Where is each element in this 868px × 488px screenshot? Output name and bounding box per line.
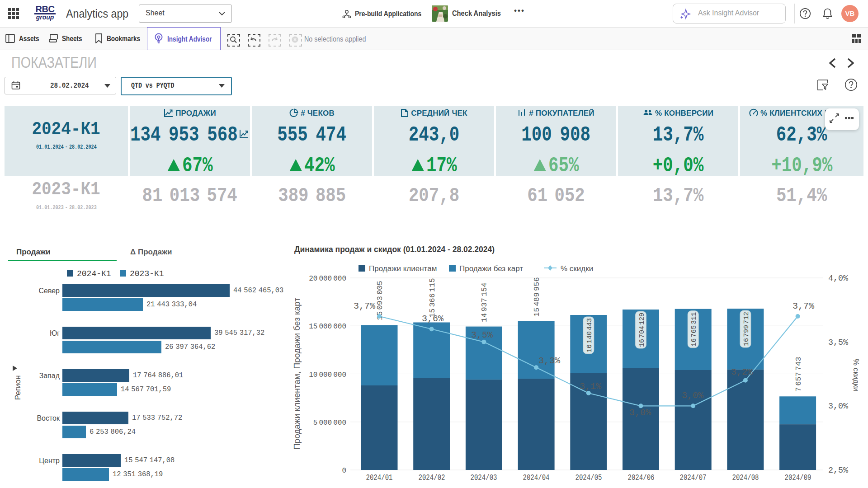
svg-text:2024/06: 2024/06 bbox=[628, 473, 655, 483]
svg-text:3,5%: 3,5% bbox=[828, 338, 849, 347]
svg-text:2024/08: 2024/08 bbox=[732, 473, 759, 483]
svg-text:3,0%: 3,0% bbox=[629, 408, 651, 418]
svg-text:% скидки: % скидки bbox=[561, 264, 593, 273]
svg-text:% скидки: % скидки bbox=[852, 359, 860, 391]
svg-text:4,0%: 4,0% bbox=[828, 273, 849, 283]
svg-text:2024/07: 2024/07 bbox=[680, 473, 707, 483]
svg-text:3,7%: 3,7% bbox=[354, 301, 376, 311]
svg-text:Продажи без карт: Продажи без карт bbox=[459, 264, 523, 273]
svg-text:3,6%: 3,6% bbox=[422, 314, 444, 324]
svg-text:10000000: 10000000 bbox=[309, 371, 346, 379]
svg-text:Продажи клиентам: Продажи клиентам bbox=[369, 264, 437, 273]
svg-text:14937154: 14937154 bbox=[480, 282, 489, 322]
svg-text:7657743: 7657743 bbox=[794, 357, 803, 392]
svg-text:20000000: 20000000 bbox=[309, 275, 346, 283]
svg-text:2024/05: 2024/05 bbox=[576, 473, 602, 483]
svg-text:3,1%: 3,1% bbox=[580, 381, 602, 392]
svg-text:Продажи клиентам, Продажи без: Продажи клиентам, Продажи без карт bbox=[292, 298, 302, 450]
svg-text:3,7%: 3,7% bbox=[793, 301, 815, 311]
svg-text:0: 0 bbox=[342, 467, 346, 475]
svg-text:16704129: 16704129 bbox=[638, 313, 646, 347]
svg-text:5000000: 5000000 bbox=[313, 419, 346, 427]
svg-text:16765311: 16765311 bbox=[690, 312, 698, 347]
svg-text:2024/01: 2024/01 bbox=[366, 473, 393, 483]
svg-text:16799712: 16799712 bbox=[743, 312, 750, 346]
svg-text:2,5%: 2,5% bbox=[828, 465, 849, 475]
svg-text:15366115: 15366115 bbox=[428, 278, 437, 318]
svg-text:15489956: 15489956 bbox=[533, 277, 541, 317]
svg-text:3,0%: 3,0% bbox=[682, 390, 704, 401]
svg-text:2024/02: 2024/02 bbox=[419, 473, 445, 483]
svg-text:2024/03: 2024/03 bbox=[471, 473, 497, 483]
svg-text:Динамика продаж и скидок (01.0: Динамика продаж и скидок (01.01.2024 - 2… bbox=[294, 245, 495, 254]
svg-text:2024/09: 2024/09 bbox=[785, 473, 811, 483]
svg-text:16140443: 16140443 bbox=[586, 318, 594, 352]
svg-text:15000000: 15000000 bbox=[309, 323, 346, 331]
svg-text:3,2%: 3,2% bbox=[731, 367, 753, 377]
svg-text:3,3%: 3,3% bbox=[538, 356, 561, 366]
svg-text:3,5%: 3,5% bbox=[471, 330, 493, 340]
svg-text:3,0%: 3,0% bbox=[828, 401, 849, 411]
svg-text:2024/04: 2024/04 bbox=[523, 473, 550, 483]
